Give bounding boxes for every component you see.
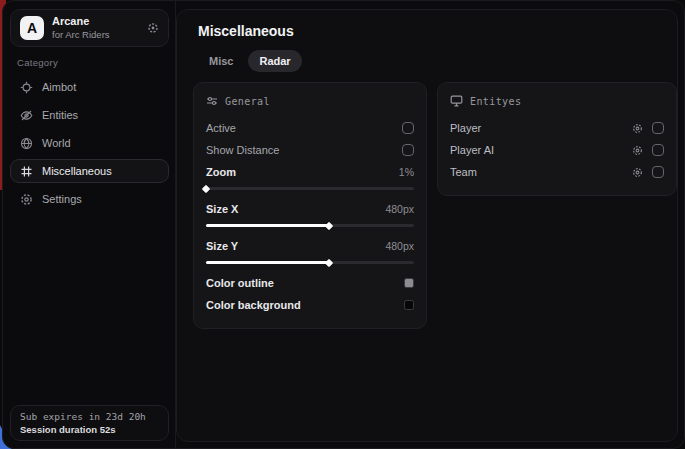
brand-text: Arcane for Arc Riders — [52, 15, 139, 41]
player-ai-settings-icon[interactable] — [632, 145, 643, 156]
player-ai-row: Player AI — [450, 139, 664, 161]
size-y-row: Size Y 480px — [206, 235, 414, 257]
color-background-label: Color background — [206, 299, 301, 311]
page-title: Miscellaneous — [198, 23, 294, 39]
player-settings-icon[interactable] — [632, 123, 643, 134]
entities-panel: Entityes Player Player AI — [437, 82, 677, 196]
general-panel-header: General — [206, 95, 414, 107]
monitor-icon — [450, 95, 463, 107]
app-logo-letter: A — [27, 20, 37, 36]
general-panel: General Active Show Distance Zoom 1% — [193, 82, 427, 329]
sidebar-item-miscellaneous[interactable]: Miscellaneous — [10, 159, 169, 183]
show-distance-checkbox[interactable] — [402, 144, 414, 156]
player-row: Player — [450, 117, 664, 139]
color-outline-label: Color outline — [206, 277, 274, 289]
app-logo: A — [20, 16, 44, 40]
entities-panel-title: Entityes — [470, 96, 521, 107]
brand-settings-icon[interactable] — [147, 22, 159, 34]
sub-expires-text: Sub expires in 23d 20h — [20, 411, 159, 422]
sidebar-item-world[interactable]: World — [10, 131, 169, 155]
size-x-slider-fill — [206, 224, 329, 227]
color-background-swatch[interactable] — [404, 300, 414, 310]
zoom-slider[interactable] — [206, 187, 414, 190]
color-background-row: Color background — [206, 294, 414, 316]
color-outline-row: Color outline — [206, 272, 414, 294]
sidebar-item-label: World — [42, 137, 71, 149]
player-checkbox[interactable] — [652, 122, 664, 134]
size-y-label: Size Y — [206, 240, 238, 252]
size-x-label: Size X — [206, 203, 238, 215]
size-y-slider-fill — [206, 261, 329, 264]
brand-card: A Arcane for Arc Riders — [10, 9, 169, 47]
app-subtitle: for Arc Riders — [52, 29, 139, 41]
team-checkbox[interactable] — [652, 166, 664, 178]
size-x-value: 480px — [385, 203, 414, 215]
desktop-background: A Arcane for Arc Riders Category Aimbot — [0, 0, 685, 449]
tab-bar: Misc Radar — [198, 50, 302, 72]
globe-icon — [19, 136, 33, 150]
crosshair-icon — [19, 80, 33, 94]
app-title: Arcane — [52, 15, 139, 29]
sliders-icon — [206, 95, 218, 107]
hash-grid-icon — [19, 164, 33, 178]
tab-misc[interactable]: Misc — [198, 50, 244, 72]
main-content: Miscellaneous Misc Radar General Active — [176, 9, 678, 442]
sidebar-item-aimbot[interactable]: Aimbot — [10, 75, 169, 99]
general-panel-title: General — [225, 96, 270, 107]
show-distance-row: Show Distance — [206, 139, 414, 161]
subscription-footer: Sub expires in 23d 20h Session duration … — [10, 405, 169, 441]
player-label: Player — [450, 122, 623, 134]
zoom-label: Zoom — [206, 166, 236, 178]
gear-icon — [19, 192, 33, 206]
zoom-value: 1% — [399, 166, 414, 178]
player-ai-checkbox[interactable] — [652, 144, 664, 156]
sidebar-item-label: Settings — [42, 193, 82, 205]
sidebar-item-label: Miscellaneous — [42, 165, 112, 177]
size-y-value: 480px — [385, 240, 414, 252]
player-ai-label: Player AI — [450, 144, 623, 156]
color-outline-swatch[interactable] — [404, 278, 414, 288]
category-label: Category — [17, 57, 58, 68]
size-y-slider-thumb[interactable] — [324, 258, 332, 266]
sidebar-item-label: Aimbot — [42, 81, 76, 93]
team-row: Team — [450, 161, 664, 183]
session-duration-text: Session duration 52s — [20, 424, 159, 435]
eye-slash-icon — [19, 108, 33, 122]
team-label: Team — [450, 166, 623, 178]
active-label: Active — [206, 122, 236, 134]
app-window: A Arcane for Arc Riders Category Aimbot — [2, 0, 685, 449]
show-distance-label: Show Distance — [206, 144, 279, 156]
team-settings-icon[interactable] — [632, 167, 643, 178]
zoom-row: Zoom 1% — [206, 161, 414, 183]
sidebar: A Arcane for Arc Riders Category Aimbot — [3, 1, 176, 448]
size-x-row: Size X 480px — [206, 198, 414, 220]
sidebar-item-settings[interactable]: Settings — [10, 187, 169, 211]
sidebar-item-label: Entities — [42, 109, 78, 121]
zoom-slider-thumb[interactable] — [202, 184, 210, 192]
sidebar-item-entities[interactable]: Entities — [10, 103, 169, 127]
entities-panel-header: Entityes — [450, 95, 664, 107]
size-x-slider[interactable] — [206, 224, 414, 227]
size-x-slider-thumb[interactable] — [324, 221, 332, 229]
size-y-slider[interactable] — [206, 261, 414, 264]
tab-radar[interactable]: Radar — [248, 50, 301, 72]
sidebar-nav: Aimbot Entities World — [10, 73, 169, 213]
panel-area: General Active Show Distance Zoom 1% — [193, 82, 677, 329]
active-checkbox[interactable] — [402, 122, 414, 134]
active-row: Active — [206, 117, 414, 139]
